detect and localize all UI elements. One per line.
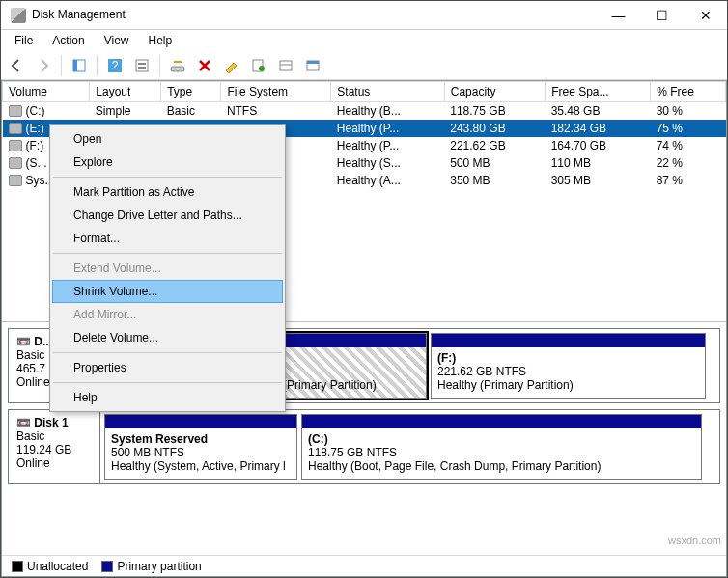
context-menu-item[interactable]: Explore [52,151,283,174]
context-menu-item[interactable]: Help [52,386,283,409]
back-button[interactable] [5,54,28,77]
toolbar: ? [1,51,727,80]
menu-view[interactable]: View [95,32,139,49]
col-header[interactable]: File System [221,82,331,102]
context-menu[interactable]: OpenExploreMark Partition as ActiveChang… [49,124,286,412]
context-menu-item[interactable]: Properties [52,356,283,379]
col-header[interactable]: Layout [90,82,161,102]
legend: Unallocated Primary partition [2,555,726,576]
svg-rect-14 [307,61,319,64]
svg-rect-1 [73,60,77,71]
minimize-button[interactable]: — [597,1,640,29]
svg-rect-7 [171,67,184,71]
disk-management-window: Disk Management — ☐ ✕ File Action View H… [0,0,728,578]
window-title: Disk Management [32,1,597,29]
col-header[interactable]: Status [331,82,444,102]
forward-button[interactable] [32,54,55,77]
maximize-button[interactable]: ☐ [640,1,684,29]
disk: 📼 Disk 1Basic119.24 GBOnlineSystem Reser… [8,409,720,484]
volume-row[interactable]: (C:)SimpleBasicNTFSHealthy (B...118.75 G… [3,102,726,121]
context-menu-item: Add Mirror... [52,303,283,326]
context-menu-item[interactable]: Open [52,127,283,151]
col-header[interactable]: Type [161,82,221,102]
properties-icon[interactable] [220,54,243,77]
legend-primary: Primary partition [101,560,201,573]
menu-help[interactable]: Help [139,32,182,49]
context-menu-item[interactable]: Mark Partition as Active [52,180,283,204]
delete-icon[interactable] [193,54,216,77]
menu-action[interactable]: Action [42,32,94,49]
context-menu-item[interactable]: Format... [52,227,283,250]
svg-text:?: ? [112,59,119,72]
partition[interactable]: (C:)118.75 GB NTFSHealthy (Boot, Page Fi… [301,414,702,480]
refresh-button[interactable] [166,54,189,77]
action-icon[interactable] [247,54,270,77]
title-bar: Disk Management — ☐ ✕ [1,1,727,30]
svg-rect-4 [136,60,148,71]
col-header[interactable]: Free Spa... [546,82,651,102]
show-hide-tree-button[interactable] [68,54,91,77]
svg-point-10 [259,66,265,71]
close-button[interactable]: ✕ [684,1,727,29]
watermark: wsxdn.com [668,535,721,546]
col-header[interactable]: % Free [651,82,726,102]
svg-rect-5 [138,63,146,65]
col-header[interactable]: Capacity [444,82,545,102]
context-menu-item: Extend Volume... [52,257,283,280]
menu-file[interactable]: File [5,32,42,49]
help-button[interactable]: ? [103,54,126,77]
menu-bar: File Action View Help [1,30,727,51]
context-menu-item[interactable]: Shrink Volume... [52,280,283,303]
settings-button[interactable] [130,54,154,77]
context-menu-item[interactable]: Delete Volume... [52,326,283,349]
svg-rect-6 [138,67,146,69]
partition[interactable]: (F:)221.62 GB NTFSHealthy (Primary Parti… [431,333,706,399]
svg-rect-11 [280,61,292,70]
context-menu-item[interactable]: Change Drive Letter and Paths... [52,204,283,227]
list-icon[interactable] [274,54,297,77]
detail-icon[interactable] [301,54,324,77]
disk-info: 📼 Disk 1Basic119.24 GBOnline [9,410,100,483]
col-header[interactable]: Volume [3,82,90,102]
partition[interactable]: System Reserved500 MB NTFSHealthy (Syste… [104,414,297,480]
app-icon [11,8,26,23]
legend-unallocated: Unallocated [12,560,88,573]
svg-rect-8 [174,61,182,63]
